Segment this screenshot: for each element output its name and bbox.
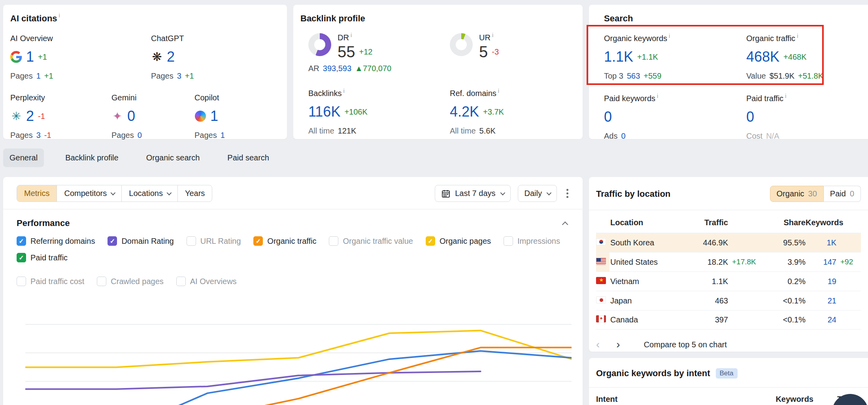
keywords-link[interactable]: 24: [806, 315, 836, 324]
metric-checkbox-organic-traffic-value[interactable]: Organic traffic value: [329, 236, 413, 246]
col-traffic[interactable]: Traffic: [685, 218, 728, 227]
unchecked-checkbox-icon[interactable]: [504, 236, 513, 246]
unchecked-checkbox-icon[interactable]: [329, 236, 338, 246]
checked-checkbox-icon[interactable]: ✓: [426, 236, 435, 246]
metric-checkbox-label: URL Rating: [200, 237, 241, 246]
calendar-icon: [442, 189, 450, 198]
ref-domains-delta: +3.7K: [483, 107, 504, 117]
chevron-down-icon: [547, 190, 552, 196]
ref-domains-label: Ref. domainsi: [450, 89, 576, 98]
unchecked-checkbox-icon[interactable]: [176, 277, 186, 286]
keywords-link[interactable]: 19: [806, 277, 836, 286]
checked-checkbox-icon[interactable]: ✓: [17, 253, 26, 262]
ur-donut: [450, 33, 473, 56]
checked-checkbox-icon[interactable]: ✓: [17, 236, 26, 246]
previous-page-button[interactable]: ‹: [596, 339, 600, 350]
perplexity-delta: -1: [38, 112, 45, 121]
metric-checkbox-url-rating[interactable]: URL Rating: [187, 236, 241, 246]
ai-citations-row1: AI Overview 1 +1 Pages1+1 ChatGPT ❋ 2: [10, 34, 280, 81]
metric-checkbox-domain-rating[interactable]: ✓Domain Rating: [108, 236, 174, 246]
ai-citations-title: AI citationsi: [10, 13, 280, 24]
competitors-dropdown[interactable]: Competitors: [57, 185, 121, 202]
paid-traffic-block: Paid traffici 0 CostN/A: [746, 94, 861, 141]
granularity-dropdown[interactable]: Daily: [518, 185, 557, 202]
unchecked-checkbox-icon[interactable]: [17, 277, 26, 286]
organic-tab[interactable]: Organic30: [770, 186, 824, 202]
organic-keywords-value[interactable]: 1.1K: [604, 49, 633, 65]
table-row-japan[interactable]: Japan 463 <0.1% 21: [596, 291, 861, 310]
organic-traffic-value[interactable]: 468K: [746, 49, 779, 65]
table-row-vietnam[interactable]: Vietnam 1.1K 0.2% 19: [596, 271, 861, 291]
paid-tab[interactable]: Paid0: [824, 186, 861, 202]
keywords-link[interactable]: 21: [806, 296, 836, 305]
filter-segmented-control: Metrics Competitors Locations Years: [17, 185, 212, 202]
backlinks-alltime: All time121K: [308, 126, 450, 136]
copilot-value[interactable]: 1: [210, 108, 218, 124]
perplexity-block: Perplexity ✳ 2 -1 Pages3-1: [10, 93, 111, 140]
table-row-south-korea[interactable]: South Korea 446.9K 95.5% 1K: [596, 233, 861, 252]
chart-line-organic-pages: [25, 330, 572, 367]
gemini-value[interactable]: 0: [127, 108, 135, 124]
collapse-chevron-icon[interactable]: [562, 221, 568, 228]
paid-keywords-value[interactable]: 0: [604, 109, 612, 125]
compare-top5-link[interactable]: Compare top 5 on chart: [644, 340, 727, 349]
more-options-button[interactable]: [564, 186, 571, 200]
years-button[interactable]: Years: [177, 185, 212, 202]
locations-dropdown[interactable]: Locations: [121, 185, 177, 202]
perplexity-value[interactable]: 2: [26, 108, 34, 124]
line-chart[interactable]: [25, 298, 572, 405]
gemini-pages: Pages0: [111, 131, 194, 140]
vietnam-flag-icon: [596, 277, 606, 284]
keywords-link[interactable]: 1K: [806, 238, 836, 247]
organic-traffic-block: Organic traffici 468K +468K Value$51.9K+…: [746, 34, 861, 81]
table-row-united-states[interactable]: United States 18.2K +17.8K 3.9% 147 +92: [596, 252, 861, 271]
metric-checkbox-organic-pages[interactable]: ✓Organic pages: [426, 236, 491, 246]
metric-checkbox-label: Impressions: [517, 237, 560, 246]
report-tabs: General Backlink profile Organic search …: [3, 149, 275, 167]
ai-overview-block: AI Overview 1 +1 Pages1+1: [10, 34, 151, 81]
date-range-dropdown[interactable]: Last 7 days: [435, 185, 510, 202]
metric-checkbox-impressions[interactable]: Impressions: [504, 236, 560, 246]
metric-checkbox-label: Crawled pages: [111, 277, 163, 286]
gemini-label: Gemini: [111, 93, 194, 102]
tab-organic-search[interactable]: Organic search: [140, 149, 206, 167]
ur-delta: -3: [492, 47, 499, 57]
ar-value[interactable]: 393,593: [323, 64, 351, 73]
unchecked-checkbox-icon[interactable]: [187, 236, 196, 246]
ref-domains-value[interactable]: 4.2K: [450, 104, 479, 120]
unchecked-checkbox-icon[interactable]: [97, 277, 106, 286]
ai-overview-value[interactable]: 1: [26, 49, 34, 65]
tab-backlink-profile[interactable]: Backlink profile: [59, 149, 125, 167]
metric-checkbox-paid-traffic[interactable]: ✓Paid traffic: [17, 253, 68, 262]
metrics-button[interactable]: Metrics: [17, 185, 57, 202]
organic-keywords-delta: +1.1K: [637, 53, 658, 62]
metric-checkbox-crawled-pages[interactable]: Crawled pages: [97, 277, 163, 286]
search-row2: Paid keywordsi 0 Ads0 Paid traffici 0 Co…: [596, 94, 861, 141]
united-states-flag-icon: [596, 258, 606, 265]
col-share[interactable]: Share: [764, 218, 806, 227]
chatgpt-label: ChatGPT: [151, 34, 280, 43]
organic-traffic-label: Organic traffici: [746, 34, 861, 43]
table-pagination: ‹ › Compare top 5 on chart: [596, 339, 861, 350]
chevron-down-icon: [111, 190, 116, 196]
metric-checkbox-referring-domains[interactable]: ✓Referring domains: [17, 236, 95, 246]
ahrefs-overview-page: AI citationsi AI Overview 1 +1 Pages1+1 …: [0, 0, 868, 405]
col-location[interactable]: Location: [610, 218, 685, 227]
summary-cards-row: AI citationsi AI Overview 1 +1 Pages1+1 …: [3, 5, 868, 139]
next-page-button[interactable]: ›: [616, 339, 620, 350]
chatgpt-value[interactable]: 2: [167, 49, 175, 65]
paid-traffic-value[interactable]: 0: [746, 109, 754, 125]
checked-checkbox-icon[interactable]: ✓: [253, 236, 263, 246]
tab-general[interactable]: General: [3, 149, 44, 167]
col-keywords[interactable]: Keywords: [806, 218, 836, 227]
tab-paid-search[interactable]: Paid search: [221, 149, 275, 167]
checked-checkbox-icon[interactable]: ✓: [108, 236, 117, 246]
metric-checkbox-ai-overviews[interactable]: AI Overviews: [176, 277, 237, 286]
keywords-link[interactable]: 147: [806, 258, 836, 267]
metric-checkbox-paid-traffic-cost[interactable]: Paid traffic cost: [17, 277, 84, 286]
table-row-canada[interactable]: Canada 397 <0.1% 24: [596, 310, 861, 330]
traffic-value-row: Value$51.9K+51.8K: [746, 72, 861, 81]
perplexity-icon: ✳: [10, 110, 22, 122]
metric-checkbox-organic-traffic[interactable]: ✓Organic traffic: [253, 236, 316, 246]
backlinks-value[interactable]: 116K: [308, 104, 340, 120]
